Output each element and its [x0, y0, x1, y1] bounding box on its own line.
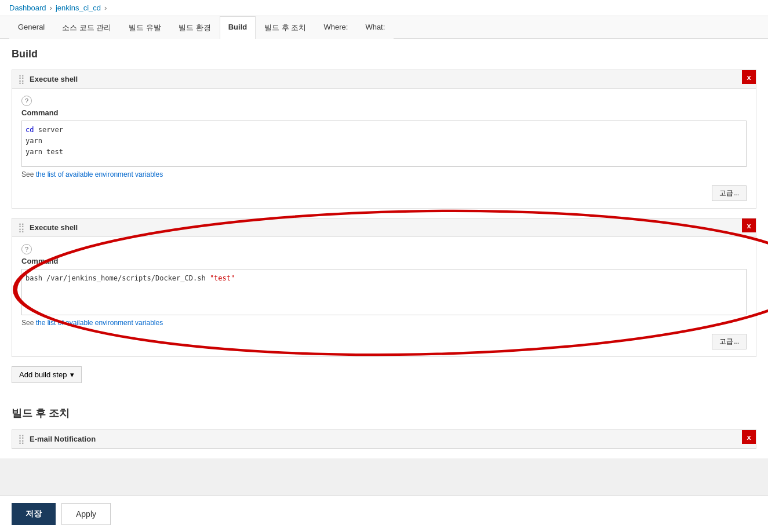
env-link-1-anchor[interactable]: the list of available environment variab…: [36, 170, 163, 178]
env-link-2: See the list of available environment va…: [21, 319, 747, 327]
add-build-step-arrow: ▾: [70, 370, 74, 379]
advanced-button-2[interactable]: 고급...: [712, 334, 747, 349]
tab-trigger[interactable]: 빌드 유발: [120, 16, 170, 39]
drag-handle-2: ⣿: [18, 222, 25, 233]
advanced-button-1[interactable]: 고급...: [712, 185, 747, 201]
advanced-btn-1-wrapper: 고급...: [21, 185, 747, 201]
close-step-2-button[interactable]: x: [742, 218, 756, 232]
tab-what[interactable]: What:: [356, 16, 394, 39]
tab-post-build[interactable]: 빌드 후 조치: [256, 16, 315, 39]
breadcrumb-arrow2: ›: [104, 3, 107, 12]
close-email-button[interactable]: x: [742, 430, 756, 444]
build-section-title: Build: [12, 48, 756, 60]
tab-build[interactable]: Build: [220, 16, 256, 39]
breadcrumb: Dashboard › jenkins_ci_cd ›: [0, 0, 768, 16]
build-step-1-header: ⣿ Execute shell: [12, 70, 756, 89]
drag-handle-1: ⣿: [18, 74, 25, 85]
email-header: ⣿ E-mail Notification: [12, 430, 756, 449]
command-textarea-2[interactable]: bash /var/jenkins_home/scripts/Docker_CD…: [21, 269, 747, 315]
email-notification: ⣿ E-mail Notification x: [12, 429, 756, 449]
breadcrumb-arrow1: ›: [50, 3, 52, 12]
build-step-2-title: Execute shell: [30, 223, 78, 232]
build-step-2-wrapper: ⣿ Execute shell x ? Command bash /var/je…: [12, 218, 756, 357]
tab-general[interactable]: General: [9, 16, 53, 39]
command-label-1: Command: [21, 108, 747, 117]
content-area: Build ⣿ Execute shell x ? Command cd ser…: [0, 39, 768, 458]
close-step-1-button[interactable]: x: [742, 70, 756, 84]
tab-env[interactable]: 빌드 환경: [170, 16, 220, 39]
build-step-1: ⣿ Execute shell x ? Command cd serveryar…: [12, 70, 756, 209]
build-step-1-body: ? Command cd serveryarnyarn test See the…: [12, 89, 756, 208]
command-label-2: Command: [21, 257, 747, 265]
env-link-2-anchor[interactable]: the list of available environment variab…: [36, 319, 163, 327]
help-icon-2[interactable]: ?: [21, 244, 32, 254]
advanced-btn-2-wrapper: 고급...: [21, 334, 747, 349]
tabs-bar: General 소스 코드 관리 빌드 유발 빌드 환경 Build 빌드 후 …: [0, 16, 768, 39]
post-build-title: 빌드 후 조치: [12, 406, 756, 420]
build-step-2-body: ? Command bash /var/jenkins_home/scripts…: [12, 237, 756, 356]
email-notification-title: E-mail Notification: [30, 435, 96, 443]
tab-source[interactable]: 소스 코드 관리: [53, 16, 120, 39]
add-build-step-label: Add build step: [19, 370, 67, 379]
main-content: General 소스 코드 관리 빌드 유발 빌드 환경 Build 빌드 후 …: [0, 16, 768, 458]
breadcrumb-project[interactable]: jenkins_ci_cd: [56, 3, 101, 12]
env-link-1: See the list of available environment va…: [21, 170, 747, 178]
command-textarea-1[interactable]: cd serveryarnyarn test: [21, 121, 747, 167]
add-build-step-wrapper: Add build step ▾: [12, 366, 756, 395]
drag-handle-email: ⣿: [18, 433, 25, 444]
add-build-step-button[interactable]: Add build step ▾: [12, 366, 82, 383]
help-icon-1[interactable]: ?: [21, 96, 32, 106]
build-step-2: ⣿ Execute shell x ? Command bash /var/je…: [12, 218, 756, 357]
build-step-2-header: ⣿ Execute shell: [12, 218, 756, 237]
tab-where[interactable]: Where:: [315, 16, 356, 39]
build-step-1-title: Execute shell: [30, 75, 78, 83]
breadcrumb-dashboard[interactable]: Dashboard: [9, 3, 46, 12]
